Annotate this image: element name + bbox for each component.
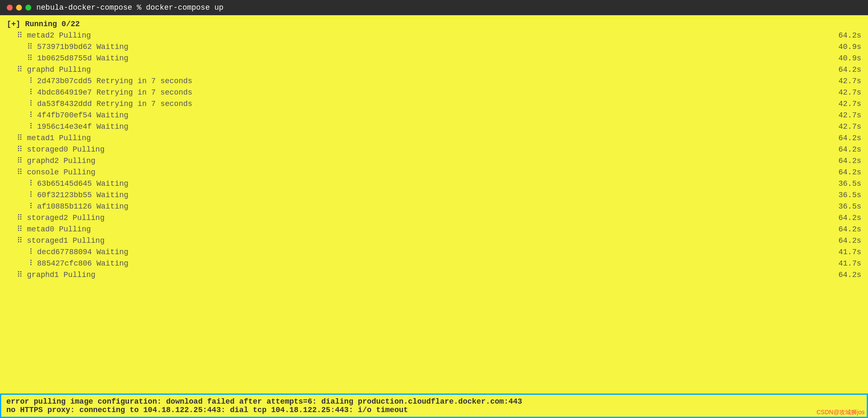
line-time: 36.5s (827, 201, 861, 212)
line-time: 42.7s (827, 110, 861, 121)
line-time: 41.7s (827, 247, 861, 258)
terminal-line: ⠿ console Pulling64.2s (7, 167, 861, 178)
terminal-line: ⠿ metad2 Pulling64.2s (7, 30, 861, 41)
line-content: ⠸ 4bdc864919e7 Retrying in 7 seconds (7, 87, 192, 98)
terminal-line: ⠿ graphd1 Pulling64.2s (7, 269, 861, 281)
line-time: 64.2s (827, 212, 861, 224)
terminal-line: ⠿ 573971b9bd62 Waiting40.9s (7, 41, 861, 53)
terminal-line: ⠸ 885427cfc806 Waiting41.7s (7, 258, 861, 269)
traffic-lights (7, 5, 31, 11)
line-content: ⠿ metad2 Pulling (7, 30, 91, 41)
line-content: ⠸ af10885b1126 Waiting (7, 201, 128, 212)
line-time: 64.2s (827, 269, 861, 281)
line-content: ⠿ storaged1 Pulling (7, 235, 104, 247)
terminal-line: ⠸ 4f4fb700ef54 Waiting42.7s (7, 110, 861, 121)
line-time: 64.2s (827, 64, 861, 76)
terminal-window: nebula-docker-compose % docker-compose u… (0, 0, 868, 418)
terminal-line: ⠸ 63b65145d645 Waiting36.5s (7, 178, 861, 190)
maximize-button[interactable] (25, 5, 31, 11)
error-bar: error pulling image configuration: downl… (0, 394, 868, 418)
terminal-line: ⠸ 1956c14e3e4f Waiting42.7s (7, 121, 861, 133)
terminal-line: ⠿ graphd2 Pulling64.2s (7, 155, 861, 167)
terminal-line: ⠿ metad0 Pulling64.2s (7, 224, 861, 235)
line-time: 42.7s (827, 87, 861, 98)
line-content: ⠿ 1b0625d8755d Waiting (7, 53, 128, 64)
line-time: 40.9s (827, 53, 861, 64)
terminal-line: ⠿ storaged2 Pulling64.2s (7, 212, 861, 224)
terminal-body: [+] Running 0/22⠿ metad2 Pulling64.2s⠿ 5… (0, 15, 868, 418)
error-line-1: error pulling image configuration: downl… (6, 397, 862, 406)
error-line-2: no HTTPS proxy: connecting to 104.18.122… (6, 406, 862, 414)
line-time: 64.2s (827, 235, 861, 247)
line-content: ⠿ console Pulling (7, 167, 96, 178)
terminal-line: ⠸ af10885b1126 Waiting36.5s (7, 201, 861, 212)
line-content: ⠸ 63b65145d645 Waiting (7, 178, 128, 190)
line-content: ⠸ 4f4fb700ef54 Waiting (7, 110, 128, 121)
title-bar: nebula-docker-compose % docker-compose u… (0, 0, 868, 15)
close-button[interactable] (7, 5, 13, 11)
line-time: 36.5s (827, 178, 861, 190)
line-content: [+] Running 0/22 (7, 19, 80, 30)
line-content: ⠿ storaged0 Pulling (7, 144, 104, 155)
line-content: ⠿ metad0 Pulling (7, 224, 91, 235)
terminal-line: ⠸ da53f8432ddd Retrying in 7 seconds42.7… (7, 98, 861, 110)
line-time: 64.2s (827, 30, 861, 41)
line-time: 64.2s (827, 133, 861, 144)
line-content: ⠸ 1956c14e3e4f Waiting (7, 121, 128, 133)
line-content: ⠿ graphd Pulling (7, 64, 91, 76)
watermark: CSDN@攻城狮jos (816, 409, 865, 416)
terminal-line: ⠿ 1b0625d8755d Waiting40.9s (7, 53, 861, 64)
line-content: ⠿ graphd1 Pulling (7, 269, 96, 281)
line-content: ⠿ 573971b9bd62 Waiting (7, 41, 128, 53)
line-content: ⠸ 60f32123bb55 Waiting (7, 190, 128, 201)
line-time: 42.7s (827, 121, 861, 133)
terminal-line: ⠸ 60f32123bb55 Waiting36.5s (7, 190, 861, 201)
terminal-line: ⠸ 2d473b07cdd5 Retrying in 7 seconds42.7… (7, 76, 861, 87)
line-content: ⠸ da53f8432ddd Retrying in 7 seconds (7, 98, 192, 110)
terminal-line: ⠸ decd67788094 Waiting41.7s (7, 247, 861, 258)
line-time: 36.5s (827, 190, 861, 201)
window-title: nebula-docker-compose % docker-compose u… (36, 3, 224, 12)
line-time: 40.9s (827, 41, 861, 53)
line-content: ⠸ 885427cfc806 Waiting (7, 258, 128, 269)
line-content: ⠸ 2d473b07cdd5 Retrying in 7 seconds (7, 76, 192, 87)
line-time: 41.7s (827, 258, 861, 269)
line-content: ⠿ storaged2 Pulling (7, 212, 104, 224)
line-content: ⠸ decd67788094 Waiting (7, 247, 128, 258)
minimize-button[interactable] (16, 5, 22, 11)
terminal-line: ⠸ 4bdc864919e7 Retrying in 7 seconds42.7… (7, 87, 861, 98)
line-time: 64.2s (827, 167, 861, 178)
terminal-line: ⠿ storaged0 Pulling64.2s (7, 144, 861, 155)
line-time: 64.2s (827, 224, 861, 235)
line-content: ⠿ metad1 Pulling (7, 133, 91, 144)
terminal-line: ⠿ storaged1 Pulling64.2s (7, 235, 861, 247)
line-content: ⠿ graphd2 Pulling (7, 155, 96, 167)
line-time: 64.2s (827, 155, 861, 167)
terminal-line: ⠿ metad1 Pulling64.2s (7, 133, 861, 144)
line-time: 42.7s (827, 76, 861, 87)
line-time: 64.2s (827, 144, 861, 155)
line-time: 42.7s (827, 98, 861, 110)
terminal-line: ⠿ graphd Pulling64.2s (7, 64, 861, 76)
terminal-line: [+] Running 0/22 (7, 19, 861, 30)
